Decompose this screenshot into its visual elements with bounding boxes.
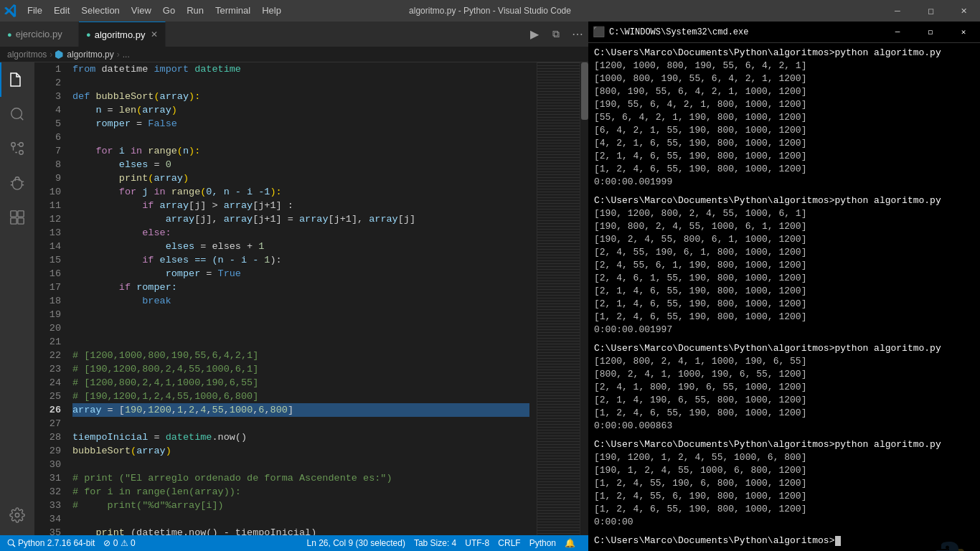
- cmd-restore-button[interactable]: ◻: [914, 22, 947, 43]
- activity-bar: [0, 62, 34, 535]
- code-line-26: array = [190,1200,1,2,4,55,1000,6,800]: [72, 403, 529, 417]
- code-line-18: break: [72, 294, 529, 308]
- code-line-20: [72, 321, 529, 335]
- split-editor-button[interactable]: ⧉: [545, 24, 567, 45]
- code-line-9: print(array): [72, 171, 529, 185]
- code-line-25: # [190,1200,1,2,4,55,1000,6,800]: [72, 390, 529, 403]
- cmd-titlebar: ⬛ C:\WINDOWS\System32\cmd.exe ─ ◻ ✕: [588, 22, 980, 43]
- run-button[interactable]: ▶: [524, 24, 545, 45]
- cmd-block-3: C:\Users\Marco\Documents\Python\algoritm…: [594, 342, 974, 433]
- menu-edit[interactable]: Edit: [48, 0, 75, 22]
- status-errors[interactable]: ⊘ 0 ⚠ 0: [103, 538, 135, 548]
- menu-go[interactable]: Go: [157, 0, 181, 22]
- cmd-block-4: C:\Users\Marco\Documents\Python\algoritm…: [594, 438, 974, 529]
- breadcrumb: algoritmos › algoritmo.py › ...: [0, 47, 588, 62]
- activity-extensions[interactable]: [0, 200, 34, 235]
- cmd-final-prompt: C:\Users\Marco\Documents\Python\algoritm…: [594, 534, 974, 547]
- menu-selection[interactable]: Selection: [75, 0, 125, 22]
- code-line-5: romper = False: [72, 117, 529, 131]
- activity-search[interactable]: [0, 97, 34, 131]
- tab-algoritmo[interactable]: ● algoritmo.py ✕: [79, 22, 166, 47]
- cmd-cursor: [835, 536, 841, 546]
- cmd-icon: ⬛: [593, 26, 605, 38]
- svg-line-10: [13, 545, 15, 547]
- status-cursor[interactable]: Ln 26, Col 9 (30 selected): [307, 538, 405, 548]
- line-numbers: 1 2 3 4 5 6 7 8 9 10 11 12 13 14: [34, 62, 67, 535]
- svg-point-9: [8, 540, 14, 545]
- code-line-14: elses = elses + 1: [72, 240, 529, 253]
- code-line-15: if elses == (n - i - 1):: [72, 253, 529, 267]
- menu-terminal[interactable]: Terminal: [209, 0, 256, 22]
- status-tab-size[interactable]: Tab Size: 4: [414, 538, 456, 548]
- cmd-title-text: C:\WINDOWS\System32\cmd.exe: [609, 27, 881, 37]
- code-line-31: # print ("El arreglo ordenado de forma A…: [72, 471, 529, 485]
- status-language[interactable]: Python: [529, 538, 556, 548]
- code-line-30: [72, 458, 529, 471]
- code-line-32: # for i in range(len(array)):: [72, 485, 529, 499]
- cmd-minimize-button[interactable]: ─: [881, 22, 914, 43]
- svg-point-2: [19, 151, 24, 155]
- status-line-ending[interactable]: CRLF: [498, 538, 520, 548]
- code-line-23: # [190,1200,800,2,4,55,1000,6,1]: [72, 362, 529, 376]
- minimize-button[interactable]: ─: [881, 0, 914, 22]
- code-line-1: from datetime import datetime: [72, 62, 529, 76]
- code-line-22: # [1200,1000,800,190,55,6,4,2,1]: [72, 349, 529, 362]
- status-encoding[interactable]: UTF-8: [465, 538, 489, 548]
- activity-debug[interactable]: [0, 166, 34, 200]
- code-line-13: else:: [72, 226, 529, 240]
- code-line-21: [72, 335, 529, 349]
- vscode-titlebar: File Edit Selection View Go Run Terminal…: [0, 0, 980, 22]
- code-line-12: array[j], array[j+1] = array[j+1], array…: [72, 212, 529, 226]
- activity-source-control[interactable]: [0, 131, 34, 166]
- code-line-29: bubbleSort(array): [72, 444, 529, 458]
- code-line-10: for j in range(0, n - i -1):: [72, 185, 529, 199]
- status-python-version[interactable]: Python 2.7.16 64-bit: [7, 538, 95, 548]
- cmd-block-1: C:\Users\Marco\Documents\Python\algoritm…: [594, 47, 974, 189]
- code-line-34: [72, 512, 529, 526]
- minimap: [537, 62, 580, 535]
- tab-ejercicio[interactable]: ● ejercicio.py: [0, 22, 79, 47]
- code-line-6: [72, 131, 529, 144]
- code-line-27: [72, 417, 529, 430]
- cmd-content[interactable]: C:\Users\Marco\Documents\Python\algoritm…: [588, 43, 980, 551]
- activity-files[interactable]: [0, 62, 34, 97]
- cmd-block-2: C:\Users\Marco\Documents\Python\algoritm…: [594, 194, 974, 336]
- menu-file[interactable]: File: [22, 0, 48, 22]
- code-line-24: # [1200,800,2,4,1,1000,190,6,55]: [72, 376, 529, 390]
- svg-rect-5: [18, 211, 24, 217]
- code-line-19: [72, 308, 529, 321]
- cmd-panel: ⬛ C:\WINDOWS\System32\cmd.exe ─ ◻ ✕ C:\U…: [588, 22, 980, 551]
- svg-point-8: [15, 513, 19, 517]
- svg-point-1: [11, 143, 16, 147]
- menu-run[interactable]: Run: [181, 0, 209, 22]
- svg-point-0: [11, 108, 22, 119]
- code-line-7: for i in range(n):: [72, 144, 529, 158]
- code-line-17: if romper:: [72, 281, 529, 294]
- code-editor[interactable]: 1 2 3 4 5 6 7 8 9 10 11 12 13 14: [34, 62, 580, 535]
- tab-close-icon[interactable]: ✕: [151, 29, 158, 39]
- code-line-35: print (datetime.now() - tiempoInicial): [72, 526, 529, 535]
- cmd-close-button[interactable]: ✕: [947, 22, 980, 43]
- menu-help[interactable]: Help: [256, 0, 287, 22]
- svg-rect-7: [18, 218, 24, 224]
- svg-point-3: [19, 143, 24, 147]
- code-line-8: elses = 0: [72, 158, 529, 171]
- code-line-16: romper = True: [72, 267, 529, 281]
- code-line-33: # print("%d"%array[i]): [72, 499, 529, 512]
- activity-settings[interactable]: [0, 498, 34, 532]
- vscode-panel: ● ejercicio.py ● algoritmo.py ✕ ▶ ⧉ ⋯ al…: [0, 22, 588, 551]
- tab-bar: ● ejercicio.py ● algoritmo.py ✕ ▶ ⧉ ⋯: [0, 22, 588, 47]
- code-lines[interactable]: from datetime import datetime def bubble…: [67, 62, 537, 535]
- code-line-28: tiempoInicial = datetime.now(): [72, 430, 529, 444]
- more-actions-button[interactable]: ⋯: [567, 24, 588, 45]
- close-button[interactable]: ✕: [947, 0, 980, 22]
- menu-view[interactable]: View: [126, 0, 157, 22]
- scrollbar-track[interactable]: [580, 62, 588, 535]
- title-center: algoritmo.py - Python - Visual Studio Co…: [409, 6, 571, 16]
- code-line-11: if array[j] > array[j+1] :: [72, 199, 529, 212]
- code-line-4: n = len(array): [72, 103, 529, 117]
- vscode-icon: [0, 0, 22, 22]
- restore-button[interactable]: ◻: [914, 0, 947, 22]
- code-line-2: [72, 76, 529, 90]
- status-bell-icon[interactable]: 🔔: [565, 538, 575, 548]
